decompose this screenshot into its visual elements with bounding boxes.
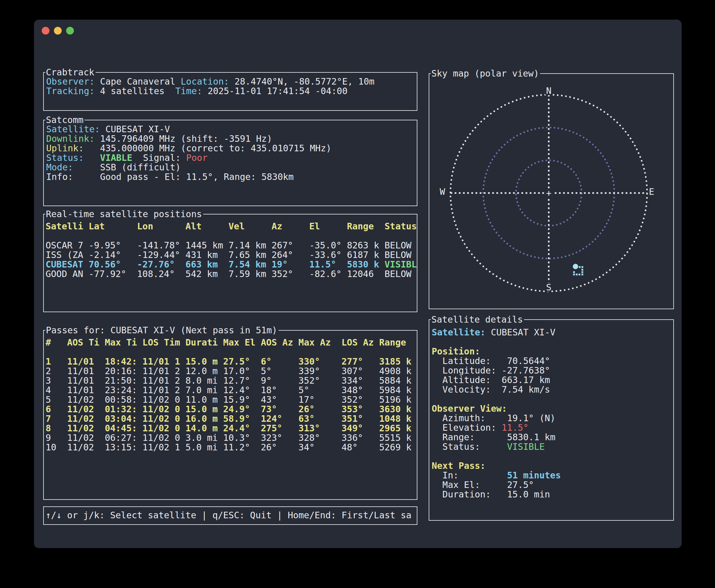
text-line: Position: <box>432 347 673 356</box>
cell: 11/02 <box>67 414 105 424</box>
cell: 27.5° <box>223 357 261 366</box>
cell: 58.9° <box>223 414 261 424</box>
cell: VISIBL <box>385 260 417 269</box>
satellite-trail-dot <box>582 269 583 271</box>
cell: -27.76° <box>137 260 186 269</box>
text-line: Downlink: 145.796409 MHz (shift: -3591 H… <box>46 134 417 144</box>
text-line: Elevation: 11.5° <box>432 423 673 433</box>
cell: 352° <box>298 376 341 385</box>
text-segment: Satellite: <box>432 327 491 337</box>
cell: 7.14 km <box>229 241 271 250</box>
cell: 11/02 <box>67 443 105 452</box>
text-line: Observer View: <box>432 404 673 414</box>
text-segment: SSB (difficult) <box>100 162 181 172</box>
cell: 1 <box>46 357 67 366</box>
text-segment: Altitude: <box>432 375 502 385</box>
satellite-row[interactable]: CUBESAT70.56°-27.76°663 km7.54 km19°11.5… <box>46 260 417 269</box>
cell: 11/02 0 <box>142 433 185 443</box>
cell: 11.2° <box>223 443 261 452</box>
panel-crabtrack: Crabtrack Observer: Cape Canaveral Locat… <box>43 72 417 111</box>
cell: -35.0° <box>309 241 347 250</box>
cell: 7.65 km <box>229 250 271 260</box>
west-label: W <box>440 187 445 197</box>
pass-row: 711/0203:04:11/02 016.0 m58.9°124°63°351… <box>46 414 417 424</box>
cell: 24.9° <box>223 404 261 414</box>
zoom-button[interactable] <box>66 27 74 35</box>
text-line: Longitude: -27.7638° <box>432 366 673 375</box>
spacer-line <box>46 231 417 241</box>
satellite-row[interactable]: ISS (ZA-2.14°-129.44°431 km7.65 km264°-3… <box>46 250 417 260</box>
satellite-trail-dot <box>582 266 583 268</box>
cell: 01:32: <box>105 404 142 414</box>
text-line: Satellite: CUBESAT XI-V <box>46 125 417 134</box>
text-line <box>432 451 673 461</box>
text-segment: Status: <box>46 152 100 163</box>
cell: 21:50: <box>105 376 142 385</box>
cell: 8263 k <box>347 241 384 250</box>
cell: 11/01 2 <box>142 376 185 385</box>
cell: 6187 k <box>347 250 384 260</box>
column-header: # <box>46 338 67 347</box>
text-line: Range: 5830.1 km <box>432 433 673 442</box>
cell: 7.54 km <box>229 260 271 269</box>
pass-row: 1011/0213:15:11/02 15.0 mi11.2°26°34°48°… <box>46 443 417 452</box>
panel-positions: Real-time satellite positions SatelliLat… <box>43 214 417 312</box>
cell: 8 <box>46 424 67 433</box>
cell: 11/01 <box>67 366 105 376</box>
cell: 11.0 m <box>186 395 223 404</box>
cell: 06:27: <box>105 433 142 443</box>
cell: 6° <box>261 357 298 366</box>
column-header: Max Ti <box>105 338 142 347</box>
close-button[interactable] <box>42 27 49 35</box>
text-segment: Uplink: <box>46 143 100 153</box>
text-line: Duration: 15.0 min <box>432 490 673 499</box>
cell: 11/02 <box>67 404 105 414</box>
cell: 11/02 0 <box>142 414 185 424</box>
cell: -9.95° <box>88 241 137 250</box>
cell: -33.6° <box>309 250 347 260</box>
cell: -141.78° <box>137 241 186 250</box>
text-segment: Duration: <box>432 489 507 500</box>
text-segment: Azimuth: <box>432 413 507 423</box>
minimize-button[interactable] <box>54 27 62 35</box>
text-segment: Signal: <box>132 152 186 163</box>
text-segment: 4 satellites <box>100 86 175 96</box>
cell: 351° <box>341 414 379 424</box>
column-header: Range <box>347 222 384 231</box>
cell: 20:16: <box>105 366 142 376</box>
text-segment: Max El: <box>432 480 507 490</box>
pass-row: 911/0206:27:11/02 03.0 mi10.3°323°328°33… <box>46 433 417 443</box>
text-line: Observer: Cape Canaveral Location: 28.47… <box>46 77 417 86</box>
cell: 3185 k <box>379 357 417 366</box>
column-header: LOS Az <box>341 338 379 347</box>
text-segment: Latitude: <box>432 356 507 366</box>
terminal-window: Crabtrack Observer: Cape Canaveral Locat… <box>34 20 681 548</box>
text-line <box>432 337 673 347</box>
cell: OSCAR 7 <box>46 241 88 250</box>
cell: 1048 k <box>379 414 417 424</box>
satellite-trail-dot <box>576 274 578 275</box>
text-segment: Range: <box>432 432 507 442</box>
cell: 15.9° <box>223 395 261 404</box>
text-segment: Position: <box>432 346 480 357</box>
cell: 334° <box>341 376 379 385</box>
column-header: Alt <box>186 222 229 231</box>
cell: BELOW <box>385 241 417 250</box>
pass-row: 311/0121:50:11/01 28.0 mi12.7°9°352°334°… <box>46 376 417 385</box>
cell: 19° <box>272 260 309 269</box>
north-label: N <box>546 85 551 96</box>
satellite-trail-dot <box>573 274 575 275</box>
text-segment: 15.0 min <box>507 489 550 500</box>
south-label: S <box>546 282 551 293</box>
center-cross: + <box>546 188 551 198</box>
cell: 10.3° <box>223 433 261 443</box>
satellite-row[interactable]: GOOD AN-77.92°108.24°542 km7.59 km352°-8… <box>46 269 417 279</box>
cell: 24.4° <box>223 424 261 433</box>
cell: 34° <box>298 443 341 452</box>
satellite-trail-dot <box>579 274 580 275</box>
cell: 2965 k <box>379 424 417 433</box>
text-segment: Mode: <box>46 162 100 172</box>
text-line: Satellite: CUBESAT XI-V <box>432 328 673 337</box>
satellite-row[interactable]: OSCAR 7-9.95°-141.78°1445 km7.14 km267°-… <box>46 241 417 250</box>
cell: 11/02 0 <box>142 404 185 414</box>
